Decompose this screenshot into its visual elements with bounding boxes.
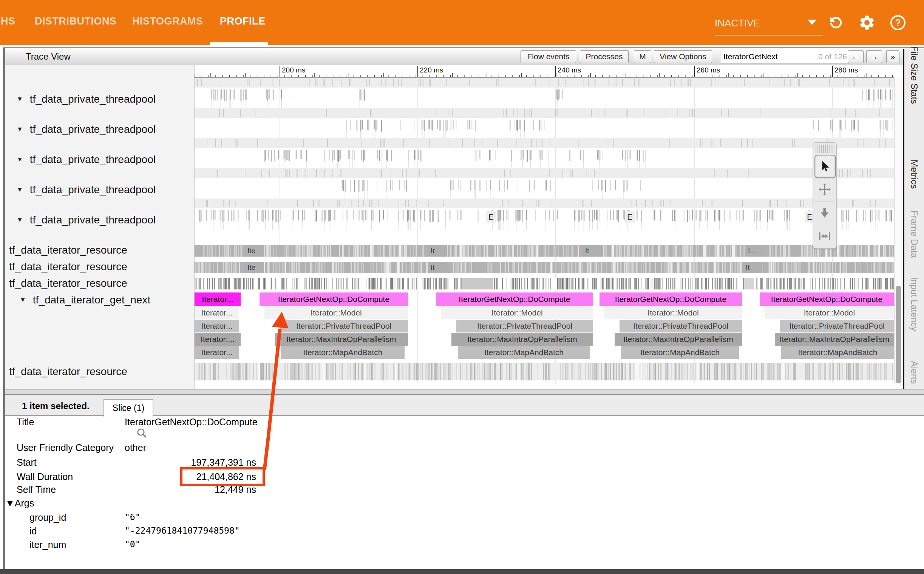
svg-text:260 ms: 260 ms [696,66,720,74]
trace-slice-maxintra[interactable]: Iterator::MaxIntraOpParallelism [615,333,742,346]
track-label-text: tf_data_iterator_get_next [33,294,150,306]
trace-slice-model[interactable]: Iterator::Model [604,306,742,319]
track-label-tf_data_private_threadpool[interactable]: ▼tf_data_private_threadpool [17,182,156,197]
trace-slice-docompute[interactable]: IteratorGetNextOp::DoCompute [600,292,742,306]
trace-slice-docompute[interactable]: IteratorGetNextOp::DoCompute [259,292,408,306]
header-tab-distributions[interactable]: DISTRIBUTIONS [35,0,110,42]
help-icon[interactable]: ? [888,13,908,32]
arg-value-group_id: "6" [125,512,141,522]
resource-slice-label: It [430,245,435,257]
panel-splitter[interactable] [5,389,924,395]
detail-value-start: 197,347,391 ns [125,457,256,468]
side-tab-metrics[interactable]: Metrics [909,159,919,189]
toolbar-button-view-options[interactable]: View Options [654,50,712,63]
collapse-arrow-icon[interactable]: ▼ [17,156,23,163]
trace-slice-mapandbatch[interactable]: Iterator::MapAndBatch [781,346,894,359]
track-label-tf_data_iterator_get_next[interactable]: ▼tf_data_iterator_get_next [20,292,150,308]
tab-slice[interactable]: Slice (1) [103,399,153,416]
header-tab-profile[interactable]: PROFILE [220,0,259,42]
select-tool[interactable] [815,155,836,178]
trace-slice-mapandbatch[interactable]: Iterator::MapAndBatch [458,346,590,359]
trace-slice-model[interactable]: Iterator::Model [264,306,408,319]
collapse-arrow-icon[interactable]: ▼ [17,186,23,194]
track-label-text: tf_data_iterator_resource [9,244,127,256]
collapse-arrow-icon[interactable]: ▼ [17,126,23,133]
trace-slice-model[interactable]: Iterator... [195,306,239,319]
side-tab-file-size-stats[interactable]: File Size Stats [909,46,919,104]
expand-marker[interactable]: E [486,211,496,223]
track-label-tf_data_iterator_resource: tf_data_iterator_resource [9,276,127,291]
find-prev-button[interactable]: ← [848,50,864,63]
timing-tool[interactable] [815,225,834,247]
track-label-text: tf_data_private_threadpool [30,123,156,136]
track-label-tf_data_iterator_resource: tf_data_iterator_resource [9,243,127,258]
trace-slice-ptp[interactable]: Iterator::PrivateThreadPool [456,320,593,333]
side-tab-input-latency[interactable]: Input Latency [909,277,919,331]
header-tab-hs[interactable]: HS [1,0,24,42]
pan-tool[interactable] [815,178,834,200]
track-label-text: tf_data_iterator_resource [9,261,127,273]
detail-label-self-time: Self Time [17,484,56,495]
header-tab-histograms[interactable]: HISTOGRAMS [132,0,198,42]
args-section-header[interactable]: ▼Args [5,498,34,509]
palette-drag-handle[interactable] [816,145,833,153]
selection-status: 1 item selected. [22,401,90,412]
vertical-scrollbar[interactable] [894,77,903,383]
trace-slice-maxintra[interactable]: Iterator::MaxIntraOpParallelism [775,333,894,346]
mouse-mode-palette [813,142,837,249]
resource-slice-label: It [585,245,589,257]
detail-label-title: Title [17,416,34,427]
track-label-tf_data_private_threadpool[interactable]: ▼tf_data_private_threadpool [17,213,156,227]
zoom-tool[interactable] [815,202,834,224]
trace-slice-maxintra[interactable]: Iterator::MaxIntraOpParallelism [451,333,593,346]
collapse-arrow-icon[interactable]: ▼ [17,216,23,224]
trace-slice-ptp[interactable]: Iterator::PrivateThreadPool [280,320,408,333]
side-tab-alerts[interactable]: Alerts [909,361,919,384]
resource-slice-label: I... [748,245,756,257]
search-value[interactable]: IteratorGetNext [723,52,818,61]
active-tab-underline [210,42,268,45]
search-input[interactable]: IteratorGetNext0 of 126 [720,50,850,63]
track-label-text: tf_data_private_threadpool [30,214,156,226]
toolbar-button-flow-events[interactable]: Flow events [521,50,576,63]
trace-slice-docompute-selected[interactable]: Iterator... [195,292,240,306]
chevron-down-icon[interactable] [808,20,817,25]
more-button[interactable]: » [886,50,899,63]
detail-label-wall-duration: Wall Duration [17,472,73,482]
trace-slice-maxintra[interactable]: Iterator:... [195,333,240,346]
trace-slice-model[interactable]: Iterator::Model [441,306,593,319]
trace-slice-ptp[interactable]: Iterator::PrivateThreadPool [620,320,742,333]
zoom-tool-icon [818,207,831,219]
settings-icon[interactable] [857,13,877,32]
track-label-text: tf_data_private_threadpool [30,154,156,166]
tensorboard-profile-page: HSDISTRIBUTIONSHISTOGRAMSPROFILE INACTIV… [0,0,924,574]
magnifier-icon[interactable] [135,426,149,440]
trace-slice-ptp[interactable]: Iterator::PrivateThreadPool [780,320,894,333]
trace-slice-mapandbatch[interactable]: Iterator... [195,346,239,359]
toolbar-button-m[interactable]: M [634,50,651,63]
wall-duration-highlight-box [180,467,265,486]
track-label-tf_data_private_threadpool[interactable]: ▼tf_data_private_threadpool [17,152,156,167]
pan-tool-icon [818,183,831,196]
toolbar-button-processes[interactable]: Processes [580,50,628,63]
expand-marker[interactable]: E [625,211,634,223]
trace-slice-docompute[interactable]: IteratorGetNextOp::DoCompute [436,292,593,306]
svg-text:280 ms: 280 ms [834,66,858,74]
trace-slice-maxintra[interactable]: Iterator::MaxIntraOpParallelism [275,333,408,346]
side-tab-frame-data[interactable]: Frame Data [909,210,919,258]
trace-slice-mapandbatch[interactable]: Iterator::MapAndBatch [281,346,405,359]
find-next-button[interactable]: → [866,50,882,63]
track-label-tf_data_private_threadpool[interactable]: ▼tf_data_private_threadpool [17,92,156,107]
trace-canvas[interactable]: 200 ms220 ms240 ms260 ms280 msIterator..… [195,65,894,389]
trace-slice-ptp[interactable]: Iterator... [195,320,239,333]
collapse-arrow-icon[interactable]: ▼ [20,296,26,304]
refresh-icon[interactable] [826,13,846,32]
collapse-arrow-icon[interactable]: ▼ [17,96,23,103]
track-label-text: tf_data_iterator_resource [9,278,127,289]
track-label-tf_data_private_threadpool[interactable]: ▼tf_data_private_threadpool [17,122,156,137]
trace-slice-mapandbatch[interactable]: Iterator::MapAndBatch [621,346,739,359]
vertical-scrollbar-thumb[interactable] [896,286,901,383]
trace-slice-model[interactable]: Iterator::Model [764,306,894,319]
trace-slice-docompute[interactable]: IteratorGetNextOp::DoCompute [759,292,894,306]
resource-slice-label: Ite [247,262,255,273]
